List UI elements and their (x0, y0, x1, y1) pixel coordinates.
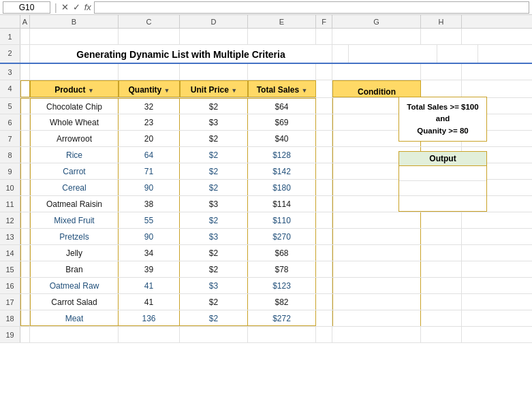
cell-price-13[interactable]: $3 (180, 229, 248, 244)
cell-g2[interactable] (349, 45, 437, 63)
cell-g17[interactable] (332, 294, 421, 310)
cell-f1[interactable] (316, 29, 332, 44)
cell-price-6[interactable]: $3 (180, 114, 248, 130)
cell-sales-15[interactable]: $78 (248, 261, 316, 277)
cell-a17[interactable] (20, 294, 30, 310)
cell-product-12[interactable]: Mixed Fruit (30, 212, 119, 228)
cell-f2[interactable] (332, 45, 349, 63)
cell-f3[interactable] (316, 64, 332, 80)
cell-sales-9[interactable]: $142 (248, 163, 316, 179)
cell-sales-7[interactable]: $40 (248, 131, 316, 146)
cell-product-9[interactable]: Carrot (30, 163, 119, 179)
cell-f7[interactable] (316, 131, 332, 146)
header-quantity[interactable]: Quantity ▼ (119, 80, 180, 97)
cell-price-16[interactable]: $3 (180, 278, 248, 293)
cell-price-15[interactable]: $2 (180, 261, 248, 277)
cell-qty-13[interactable]: 90 (119, 229, 180, 244)
cell-a3[interactable] (20, 64, 30, 80)
totalsales-dropdown[interactable]: ▼ (301, 87, 307, 94)
cell-f19[interactable] (316, 327, 332, 342)
col-header-f[interactable]: F (316, 15, 332, 28)
cell-sales-6[interactable]: $69 (248, 114, 316, 130)
cell-f14[interactable] (316, 245, 332, 261)
cell-a6[interactable] (20, 114, 30, 130)
header-total-sales[interactable]: Total Sales ▼ (248, 80, 316, 97)
unitprice-dropdown[interactable]: ▼ (231, 87, 237, 94)
cell-f15[interactable] (316, 261, 332, 277)
product-dropdown[interactable]: ▼ (88, 87, 94, 94)
col-header-c[interactable]: C (119, 15, 180, 28)
cell-sales-5[interactable]: $64 (248, 98, 316, 114)
cell-qty-16[interactable]: 41 (119, 278, 180, 293)
cell-f5[interactable] (316, 98, 332, 114)
cell-f12[interactable] (316, 212, 332, 228)
cell-price-5[interactable]: $2 (180, 98, 248, 114)
cell-price-17[interactable]: $2 (180, 294, 248, 310)
cell-sales-12[interactable]: $110 (248, 212, 316, 228)
cell-f13[interactable] (316, 229, 332, 244)
cell-sales-10[interactable]: $180 (248, 180, 316, 195)
cell-product-7[interactable]: Arrowroot (30, 131, 119, 146)
cell-a14[interactable] (20, 245, 30, 261)
cell-a1[interactable] (20, 29, 30, 44)
cell-price-9[interactable]: $2 (180, 163, 248, 179)
cell-a7[interactable] (20, 131, 30, 146)
cell-g13[interactable] (332, 229, 421, 244)
cell-product-15[interactable]: Bran (30, 261, 119, 277)
cell-sales-11[interactable]: $114 (248, 196, 316, 212)
cell-h1[interactable] (421, 29, 462, 44)
formula-input[interactable] (94, 1, 529, 14)
cell-d19[interactable] (180, 327, 248, 342)
cell-price-14[interactable]: $2 (180, 245, 248, 261)
header-product[interactable]: Product ▼ (30, 80, 119, 97)
cell-product-8[interactable]: Rice (30, 147, 119, 163)
cell-h18[interactable] (421, 310, 462, 326)
cell-qty-18[interactable]: 136 (119, 310, 180, 326)
output-row-3[interactable] (399, 196, 486, 211)
header-unit-price[interactable]: Unit Price ▼ (180, 80, 248, 97)
cell-price-11[interactable]: $3 (180, 196, 248, 212)
output-row-1[interactable] (399, 166, 486, 181)
cell-a15[interactable] (20, 261, 30, 277)
cell-b3[interactable] (30, 64, 119, 80)
cell-a13[interactable] (20, 229, 30, 244)
col-header-a[interactable]: A (20, 15, 30, 28)
cell-g19[interactable] (332, 327, 421, 342)
cell-a16[interactable] (20, 278, 30, 293)
cell-product-5[interactable]: Chocolate Chip (30, 98, 119, 114)
cell-h19[interactable] (421, 327, 462, 342)
cell-a12[interactable] (20, 212, 30, 228)
cell-price-12[interactable]: $2 (180, 212, 248, 228)
cell-qty-8[interactable]: 64 (119, 147, 180, 163)
cell-e3[interactable] (248, 64, 316, 80)
col-header-d[interactable]: D (180, 15, 248, 28)
cell-price-8[interactable]: $2 (180, 147, 248, 163)
cell-f16[interactable] (316, 278, 332, 293)
cell-a19[interactable] (20, 327, 30, 342)
quantity-dropdown[interactable]: ▼ (164, 87, 170, 94)
cell-price-18[interactable]: $2 (180, 310, 248, 326)
cell-g14[interactable] (332, 245, 421, 261)
cell-h4[interactable] (421, 80, 462, 97)
cell-f8[interactable] (316, 147, 332, 163)
cell-product-14[interactable]: Jelly (30, 245, 119, 261)
cell-product-16[interactable]: Oatmeal Raw (30, 278, 119, 293)
cell-a4[interactable] (20, 80, 30, 97)
cell-price-7[interactable]: $2 (180, 131, 248, 146)
cell-a18[interactable] (20, 310, 30, 326)
cell-b1[interactable] (30, 29, 119, 44)
cell-sales-8[interactable]: $128 (248, 147, 316, 163)
cell-a9[interactable] (20, 163, 30, 179)
cell-h16[interactable] (421, 278, 462, 293)
cell-g1[interactable] (332, 29, 421, 44)
cell-d3[interactable] (180, 64, 248, 80)
cell-qty-10[interactable]: 90 (119, 180, 180, 195)
output-row-2[interactable] (399, 181, 486, 196)
cell-g16[interactable] (332, 278, 421, 293)
cell-product-18[interactable]: Meat (30, 310, 119, 326)
cell-g3[interactable] (332, 64, 421, 80)
cell-a10[interactable] (20, 180, 30, 195)
cell-qty-17[interactable]: 41 (119, 294, 180, 310)
cell-a8[interactable] (20, 147, 30, 163)
cell-e19[interactable] (248, 327, 316, 342)
